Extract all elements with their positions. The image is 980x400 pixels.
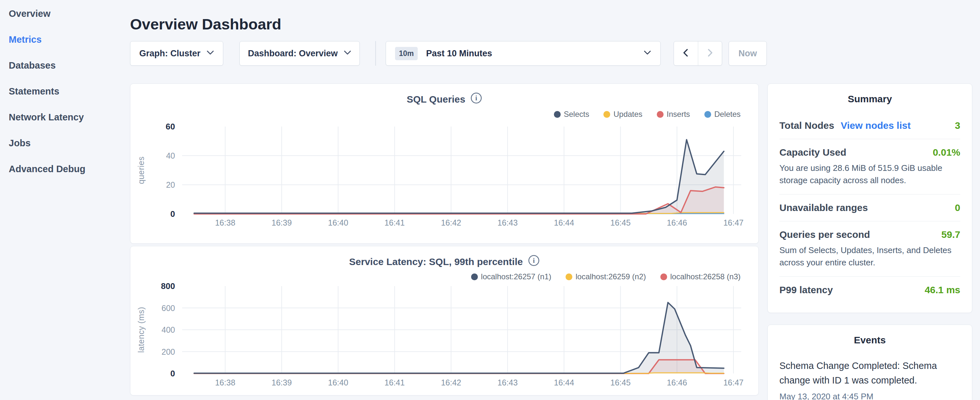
series-line [194,187,724,214]
x-tick-label: 16:42 [441,378,461,387]
x-tick-label: 16:39 [272,218,292,227]
y-axis-title: queries [137,156,146,184]
series-line [194,140,724,213]
time-step-buttons [674,41,722,66]
x-tick-label: 16:38 [215,378,235,387]
x-tick-label: 16:41 [384,218,405,227]
sidebar: OverviewMetricsDatabasesStatementsNetwor… [0,0,129,188]
series-area [194,140,724,214]
x-tick-label: 16:43 [497,218,518,227]
y-axis-title: latency (ms) [137,307,146,353]
summary-row: P99 latency46.1 ms [780,277,960,303]
x-tick-label: 16:46 [667,378,687,387]
graph-dropdown[interactable]: Graph: Cluster [130,41,223,66]
y-tick-label: 400 [161,325,175,334]
events-title: Events [780,335,960,346]
event-text[interactable]: Schema Change Completed: Schema change w… [780,359,960,388]
sidebar-item-statements[interactable]: Statements [0,85,129,98]
x-tick-label: 16:42 [441,218,461,227]
sidebar-item-databases[interactable]: Databases [0,59,129,72]
y-tick-label: 60 [165,122,175,131]
summary-row: Total NodesView nodes list3 [780,112,960,139]
x-tick-label: 16:45 [611,378,631,387]
y-tick-label: 200 [161,347,175,356]
x-tick-label: 16:39 [272,378,292,387]
y-tick-label: 40 [166,151,175,160]
toolbar-divider [375,41,376,66]
summary-rows: Total NodesView nodes list3Capacity Used… [780,112,960,303]
y-tick-label: 20 [166,180,175,189]
y-tick-label: 600 [161,304,175,312]
summary-row-subtext: You are using 28.6 MiB of 515.9 GiB usab… [780,162,960,186]
prev-time-button[interactable] [674,41,698,65]
summary-row-value: 3 [955,120,960,131]
summary-row: Unavailable ranges0 [780,194,960,222]
summary-row-value: 59.7 [942,229,960,240]
service-latency-chart-card: Service Latency: SQL, 99th percentile i … [130,246,759,395]
summary-row-value: 46.1 ms [925,284,960,295]
chevron-down-icon [344,51,352,57]
chevron-down-icon [644,51,651,57]
summary-row: Queries per second59.7Sum of Selects, Up… [780,222,960,277]
sql-queries-plot: 16:3816:3916:4016:4116:4216:4316:4416:45… [130,84,758,243]
chevron-right-icon [705,48,715,59]
summary-row-value: 0.01% [933,147,960,158]
summary-row-value: 0 [955,202,960,213]
summary-row-label: Capacity Used [780,147,846,158]
summary-title: Summary [780,94,960,105]
event-timestamp: May 13, 2020 at 4:45 PM [780,392,960,400]
sidebar-item-overview[interactable]: Overview [0,7,129,20]
summary-row-label: Total Nodes [780,120,834,131]
x-tick-label: 16:47 [724,218,744,227]
x-tick-label: 16:41 [384,378,405,387]
page-title: Overview Dashboard [130,15,282,33]
sidebar-item-metrics[interactable]: Metrics [0,33,129,46]
sql-queries-chart-card: SQL Queries i SelectsUpdatesInsertsDelet… [130,83,759,244]
summary-row-subtext: Sum of Selects, Updates, Inserts, and De… [780,244,960,269]
x-tick-label: 16:47 [724,378,744,387]
sidebar-item-advanced-debug[interactable]: Advanced Debug [0,163,129,175]
summary-row-label: P99 latency [780,284,833,295]
x-tick-label: 16:44 [554,218,574,227]
chevron-left-icon [681,48,691,59]
x-tick-label: 16:46 [667,218,687,227]
service-latency-plot: 16:3816:3916:4016:4116:4216:4316:4416:45… [130,246,758,395]
events-panel: Events Schema Change Completed: Schema c… [767,325,972,400]
x-tick-label: 16:40 [328,378,348,387]
view-nodes-list-link[interactable]: View nodes list [840,120,910,131]
time-range-label: Past 10 Minutes [426,49,635,59]
y-tick-label: 0 [170,209,175,219]
series-area [194,303,724,373]
series-area [194,187,724,214]
dashboard-dropdown-label: Dashboard: Overview [248,49,338,59]
dashboard-dropdown[interactable]: Dashboard: Overview [239,41,360,66]
x-tick-label: 16:38 [215,218,235,227]
summary-row: Capacity Used0.01%You are using 28.6 MiB… [780,139,960,194]
x-tick-label: 16:43 [497,378,518,387]
x-tick-label: 16:45 [611,218,631,227]
time-range-badge: 10m [395,47,418,60]
summary-row-label: Queries per second [780,229,870,240]
graph-dropdown-label: Graph: Cluster [139,49,200,59]
next-time-button[interactable] [698,41,722,65]
chevron-down-icon [207,51,214,57]
x-tick-label: 16:44 [554,378,574,387]
x-tick-label: 16:40 [328,218,348,227]
events-list: Schema Change Completed: Schema change w… [780,359,960,400]
y-tick-label: 0 [170,369,175,378]
now-button[interactable]: Now [729,41,767,66]
sidebar-item-jobs[interactable]: Jobs [0,137,129,150]
summary-row-label: Unavailable ranges [780,202,868,213]
time-range-dropdown[interactable]: 10m Past 10 Minutes [386,41,661,66]
summary-panel: Summary Total NodesView nodes list3Capac… [767,83,972,313]
y-tick-label: 800 [161,281,175,291]
sidebar-item-network-latency[interactable]: Network Latency [0,111,129,124]
